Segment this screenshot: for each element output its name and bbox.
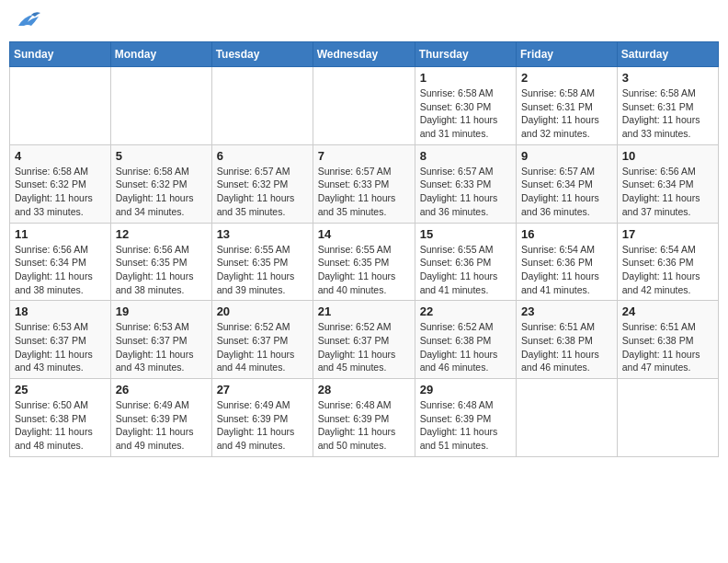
day-number: 17 [622,227,713,241]
calendar-cell: 4Sunrise: 6:58 AM Sunset: 6:32 PM Daylig… [10,144,111,223]
calendar-week-row: 4Sunrise: 6:58 AM Sunset: 6:32 PM Daylig… [10,144,719,223]
day-number: 18 [15,304,106,318]
day-info: Sunrise: 6:54 AM Sunset: 6:36 PM Dayligh… [622,243,713,297]
calendar-cell: 14Sunrise: 6:55 AM Sunset: 6:35 PM Dayli… [313,223,415,301]
day-info: Sunrise: 6:49 AM Sunset: 6:39 PM Dayligh… [217,398,308,453]
day-number: 13 [217,227,308,241]
day-info: Sunrise: 6:48 AM Sunset: 6:39 PM Dayligh… [420,398,511,453]
day-info: Sunrise: 6:55 AM Sunset: 6:35 PM Dayligh… [217,243,308,297]
day-number: 28 [318,383,410,396]
calendar-header-sunday: Sunday [10,42,111,67]
day-info: Sunrise: 6:50 AM Sunset: 6:38 PM Dayligh… [15,398,106,453]
calendar-cell: 18Sunrise: 6:53 AM Sunset: 6:37 PM Dayli… [10,301,111,379]
calendar-body: 1Sunrise: 6:58 AM Sunset: 6:30 PM Daylig… [10,67,719,457]
calendar-week-row: 1Sunrise: 6:58 AM Sunset: 6:30 PM Daylig… [10,67,719,145]
day-info: Sunrise: 6:57 AM Sunset: 6:34 PM Dayligh… [521,165,612,219]
calendar-cell: 15Sunrise: 6:55 AM Sunset: 6:36 PM Dayli… [415,223,516,301]
calendar-cell [617,379,718,457]
day-info: Sunrise: 6:51 AM Sunset: 6:38 PM Dayligh… [622,320,713,374]
day-number: 5 [116,149,207,163]
calendar-cell: 22Sunrise: 6:52 AM Sunset: 6:38 PM Dayli… [415,301,516,379]
calendar-cell [517,379,618,457]
day-info: Sunrise: 6:58 AM Sunset: 6:31 PM Dayligh… [622,86,713,141]
day-info: Sunrise: 6:58 AM Sunset: 6:30 PM Dayligh… [420,86,511,141]
calendar-cell: 12Sunrise: 6:56 AM Sunset: 6:35 PM Dayli… [110,223,211,301]
header [9,9,719,34]
day-number: 3 [622,71,713,85]
calendar-cell: 13Sunrise: 6:55 AM Sunset: 6:35 PM Dayli… [211,223,313,301]
calendar-cell: 25Sunrise: 6:50 AM Sunset: 6:38 PM Dayli… [10,379,111,457]
calendar-cell: 10Sunrise: 6:56 AM Sunset: 6:34 PM Dayli… [617,144,718,223]
day-info: Sunrise: 6:55 AM Sunset: 6:36 PM Dayligh… [420,243,511,297]
day-info: Sunrise: 6:56 AM Sunset: 6:34 PM Dayligh… [15,243,106,297]
day-info: Sunrise: 6:56 AM Sunset: 6:34 PM Dayligh… [622,165,713,219]
calendar-cell: 29Sunrise: 6:48 AM Sunset: 6:39 PM Dayli… [415,379,516,457]
calendar-cell: 3Sunrise: 6:58 AM Sunset: 6:31 PM Daylig… [617,67,718,145]
day-info: Sunrise: 6:53 AM Sunset: 6:37 PM Dayligh… [116,320,207,374]
calendar-header-row: SundayMondayTuesdayWednesdayThursdayFrid… [10,42,719,67]
day-info: Sunrise: 6:58 AM Sunset: 6:31 PM Dayligh… [521,86,612,141]
logo-bird-icon [15,9,40,29]
day-number: 23 [521,304,612,318]
day-number: 14 [318,227,410,241]
day-number: 24 [622,304,713,318]
calendar-week-row: 25Sunrise: 6:50 AM Sunset: 6:38 PM Dayli… [10,379,719,457]
day-info: Sunrise: 6:53 AM Sunset: 6:37 PM Dayligh… [15,320,106,374]
day-number: 1 [420,71,511,85]
day-number: 4 [15,149,106,163]
calendar-cell: 19Sunrise: 6:53 AM Sunset: 6:37 PM Dayli… [110,301,211,379]
calendar-week-row: 11Sunrise: 6:56 AM Sunset: 6:34 PM Dayli… [10,223,719,301]
day-number: 20 [217,304,308,318]
day-info: Sunrise: 6:54 AM Sunset: 6:36 PM Dayligh… [521,243,612,297]
calendar-table: SundayMondayTuesdayWednesdayThursdayFrid… [9,41,719,457]
day-number: 21 [318,304,410,318]
day-info: Sunrise: 6:58 AM Sunset: 6:32 PM Dayligh… [116,165,207,219]
day-info: Sunrise: 6:48 AM Sunset: 6:39 PM Dayligh… [318,398,410,453]
calendar-header-friday: Friday [517,42,618,67]
calendar-header-saturday: Saturday [617,42,718,67]
calendar-cell: 17Sunrise: 6:54 AM Sunset: 6:36 PM Dayli… [617,223,718,301]
logo [13,9,42,34]
day-info: Sunrise: 6:57 AM Sunset: 6:33 PM Dayligh… [420,165,511,219]
day-info: Sunrise: 6:56 AM Sunset: 6:35 PM Dayligh… [116,243,207,297]
day-info: Sunrise: 6:55 AM Sunset: 6:35 PM Dayligh… [318,243,410,297]
day-number: 26 [116,383,207,396]
calendar-header-tuesday: Tuesday [211,42,313,67]
day-number: 2 [521,71,612,85]
day-info: Sunrise: 6:52 AM Sunset: 6:37 PM Dayligh… [217,320,308,374]
day-info: Sunrise: 6:57 AM Sunset: 6:33 PM Dayligh… [318,165,410,219]
calendar-cell [211,67,313,145]
day-number: 10 [622,149,713,163]
day-number: 12 [116,227,207,241]
day-number: 7 [318,149,410,163]
day-number: 8 [420,149,511,163]
day-number: 19 [116,304,207,318]
calendar-cell: 8Sunrise: 6:57 AM Sunset: 6:33 PM Daylig… [415,144,516,223]
calendar-cell: 27Sunrise: 6:49 AM Sunset: 6:39 PM Dayli… [211,379,313,457]
calendar-cell: 1Sunrise: 6:58 AM Sunset: 6:30 PM Daylig… [415,67,516,145]
day-number: 27 [217,383,308,396]
calendar-cell: 6Sunrise: 6:57 AM Sunset: 6:32 PM Daylig… [211,144,313,223]
day-info: Sunrise: 6:49 AM Sunset: 6:39 PM Dayligh… [116,398,207,453]
day-number: 29 [420,383,511,396]
calendar-cell: 20Sunrise: 6:52 AM Sunset: 6:37 PM Dayli… [211,301,313,379]
calendar-cell: 7Sunrise: 6:57 AM Sunset: 6:33 PM Daylig… [313,144,415,223]
day-number: 6 [217,149,308,163]
calendar-header-monday: Monday [110,42,211,67]
calendar-cell [110,67,211,145]
calendar-cell: 16Sunrise: 6:54 AM Sunset: 6:36 PM Dayli… [517,223,618,301]
calendar-week-row: 18Sunrise: 6:53 AM Sunset: 6:37 PM Dayli… [10,301,719,379]
day-number: 9 [521,149,612,163]
calendar-cell: 26Sunrise: 6:49 AM Sunset: 6:39 PM Dayli… [110,379,211,457]
day-number: 25 [15,383,106,396]
day-number: 22 [420,304,511,318]
day-info: Sunrise: 6:58 AM Sunset: 6:32 PM Dayligh… [15,165,106,219]
calendar-cell: 24Sunrise: 6:51 AM Sunset: 6:38 PM Dayli… [617,301,718,379]
day-info: Sunrise: 6:51 AM Sunset: 6:38 PM Dayligh… [521,320,612,374]
calendar-header-wednesday: Wednesday [313,42,415,67]
day-info: Sunrise: 6:52 AM Sunset: 6:38 PM Dayligh… [420,320,511,374]
calendar-cell: 9Sunrise: 6:57 AM Sunset: 6:34 PM Daylig… [517,144,618,223]
calendar-cell: 2Sunrise: 6:58 AM Sunset: 6:31 PM Daylig… [517,67,618,145]
day-number: 15 [420,227,511,241]
calendar-cell [313,67,415,145]
